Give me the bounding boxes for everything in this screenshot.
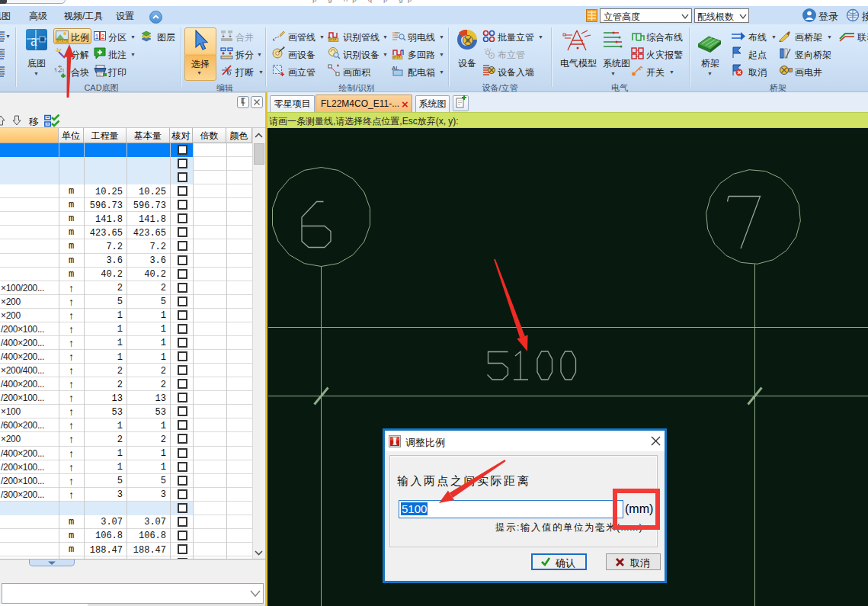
svg-text:2: 2	[101, 33, 105, 40]
svg-text:a: a	[30, 32, 37, 49]
svg-text:1: 1	[95, 33, 99, 40]
